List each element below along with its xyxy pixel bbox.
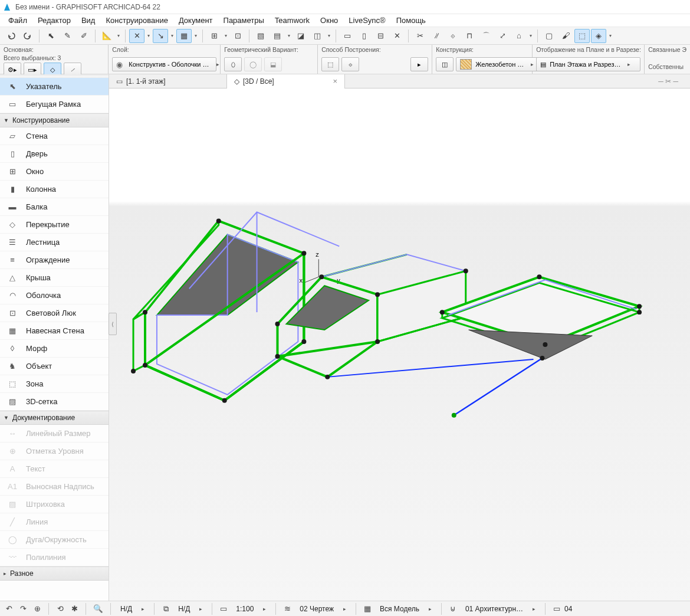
orbit-button[interactable]: ⟲: [54, 602, 67, 615]
zoom-fit[interactable]: ⊕: [31, 602, 44, 615]
tool-shell[interactable]: ◠Оболочка: [0, 287, 109, 304]
dropdown-icon[interactable]: ▾: [528, 29, 534, 43]
dropdown-icon[interactable]: ▾: [116, 29, 121, 43]
trace-button[interactable]: ▢: [541, 29, 557, 43]
constr-option-2[interactable]: ⟐: [341, 57, 359, 71]
resize-button[interactable]: ⤢: [495, 29, 510, 43]
model-field[interactable]: Вся Модель▸: [375, 605, 436, 613]
nav-back[interactable]: ↶: [2, 602, 15, 615]
scale-field[interactable]: 1:100▸: [231, 605, 271, 613]
tool-column[interactable]: ▮Колонна: [0, 181, 109, 198]
tool-line[interactable]: ╱Линия: [0, 513, 109, 531]
menu-livesync[interactable]: LiveSync®: [344, 15, 390, 26]
trim-button[interactable]: ✂: [412, 29, 428, 43]
tool-door[interactable]: ▯Дверь: [0, 145, 109, 163]
layer-dropdown[interactable]: Конструктив - Оболочки …: [112, 57, 216, 71]
tool-skylight[interactable]: ⊡Световой Люк: [0, 304, 109, 322]
menu-help[interactable]: Помощь: [392, 15, 431, 26]
layerset-button[interactable]: ▤: [270, 29, 285, 43]
field-1[interactable]: Н/Д▸: [116, 605, 149, 613]
measure-button[interactable]: 📐: [99, 29, 114, 43]
split-button[interactable]: ⫽: [429, 29, 444, 43]
option-button[interactable]: ⊡: [230, 29, 245, 43]
3d-viewport[interactable]: ⟨ z x y: [109, 89, 690, 601]
tool-roof[interactable]: △Крыша: [0, 269, 109, 287]
close-icon[interactable]: ×: [333, 77, 337, 86]
toggle-button[interactable]: ◪: [293, 29, 308, 43]
tool-arc[interactable]: ◯Дуга/Окружность: [0, 531, 109, 549]
tool-window[interactable]: ⊞Окно: [0, 163, 109, 181]
menu-document[interactable]: Документ: [174, 15, 218, 26]
tool-pointer[interactable]: ⬉ Указатель: [0, 78, 109, 96]
group-design[interactable]: ▼Конструирование: [0, 113, 109, 127]
group-button[interactable]: ▭: [340, 29, 355, 43]
group-misc[interactable]: ▸Разное: [0, 566, 109, 581]
tool-beam[interactable]: ▬Балка: [0, 198, 109, 216]
tool-text[interactable]: AТекст: [0, 460, 109, 478]
tab-floor-plan[interactable]: ▭[1. 1-й этаж]: [109, 74, 227, 89]
walk-button[interactable]: ✱: [68, 602, 81, 615]
tool-wall[interactable]: ▱Стена: [0, 127, 109, 145]
tool-polyline[interactable]: 〰Полилиния: [0, 549, 109, 566]
home-button[interactable]: ⌂: [511, 29, 527, 43]
geom-option-1[interactable]: ⬯: [224, 57, 242, 71]
menu-view[interactable]: Вид: [77, 15, 100, 26]
adjust-button[interactable]: ⟐: [445, 29, 461, 43]
snap-guide-button[interactable]: ✕: [129, 29, 144, 43]
tool-railing[interactable]: ≡Ограждение: [0, 251, 109, 269]
tool-label[interactable]: A1Выносная Надпись: [0, 478, 109, 496]
zoom-level[interactable]: 🔍: [91, 602, 106, 615]
nav-fwd[interactable]: ↷: [17, 602, 29, 615]
cube-button[interactable]: ◈: [591, 29, 606, 43]
menu-editor[interactable]: Редактор: [33, 15, 75, 26]
grid-button[interactable]: ⊞: [206, 29, 222, 43]
arch-field[interactable]: 01 Архитектурн…▸: [461, 605, 540, 613]
dropdown-icon[interactable]: ▾: [169, 29, 175, 43]
menu-options[interactable]: Параметры: [219, 15, 269, 26]
constr-option-1[interactable]: ⬚: [321, 57, 339, 71]
layer-button[interactable]: ▧: [253, 29, 268, 43]
tool-stair[interactable]: ☰Лестница: [0, 234, 109, 251]
layers-button[interactable]: ≋: [281, 602, 294, 615]
constr-arrow[interactable]: ▸: [410, 57, 428, 71]
tool-marquee[interactable]: ▭ Бегущая Рамка: [0, 96, 109, 113]
undo-button[interactable]: [4, 29, 19, 43]
pipette-button[interactable]: ✐: [76, 29, 91, 43]
dropdown-icon[interactable]: ▾: [193, 29, 199, 43]
3d-button[interactable]: ⬚: [574, 29, 590, 43]
tool-object[interactable]: ♞Объект: [0, 358, 109, 375]
extra-button[interactable]: ▭: [550, 602, 563, 615]
tool-curtainwall[interactable]: ▦Навесная Стена: [0, 322, 109, 340]
grid-snap-button[interactable]: ▦: [176, 29, 192, 43]
toggle-2-button[interactable]: ◫: [310, 29, 325, 43]
intersect-button[interactable]: ⊓: [462, 29, 477, 43]
drafting-field[interactable]: 02 Чертеж▸: [295, 605, 351, 613]
structure-toggle[interactable]: ◫: [436, 57, 454, 71]
field-2[interactable]: Н/Д▸: [173, 605, 207, 613]
lock-button[interactable]: ⊟: [373, 29, 388, 43]
group-document[interactable]: ▼Документирование: [0, 411, 109, 425]
model-button[interactable]: ▦: [361, 602, 374, 615]
dropdown-icon[interactable]: ▾: [146, 29, 152, 43]
dropdown-icon[interactable]: ▾: [286, 29, 292, 43]
ungroup-button[interactable]: ▯: [356, 29, 372, 43]
scale-icon[interactable]: ⧉: [159, 602, 172, 615]
scale-button[interactable]: ▭: [217, 602, 230, 615]
suspend-button[interactable]: ✕: [389, 29, 405, 43]
tool-dimension[interactable]: ↔Линейный Размер: [0, 425, 109, 443]
tool-morph[interactable]: ◊Морф: [0, 340, 109, 358]
menu-teamwork[interactable]: Teamwork: [270, 15, 314, 26]
wand-button[interactable]: ✎: [60, 29, 75, 43]
paint-button[interactable]: 🖌: [558, 29, 573, 43]
tool-zone[interactable]: ⬚Зона: [0, 375, 109, 393]
display-dropdown[interactable]: ▤ План Этажа и Разрез…: [536, 57, 640, 71]
menu-window[interactable]: Окно: [316, 15, 343, 26]
redo-button[interactable]: [20, 29, 35, 43]
dropdown-icon[interactable]: ▾: [326, 29, 332, 43]
fillet-button[interactable]: ⌒: [478, 29, 494, 43]
pen-button[interactable]: ⊍: [446, 602, 459, 615]
snap-point-button[interactable]: ↘: [153, 29, 168, 43]
select-button[interactable]: ⬉: [43, 29, 58, 43]
tab-3d-view[interactable]: ◇[3D / Все]×: [227, 74, 345, 89]
dropdown-icon[interactable]: ▾: [607, 29, 613, 43]
